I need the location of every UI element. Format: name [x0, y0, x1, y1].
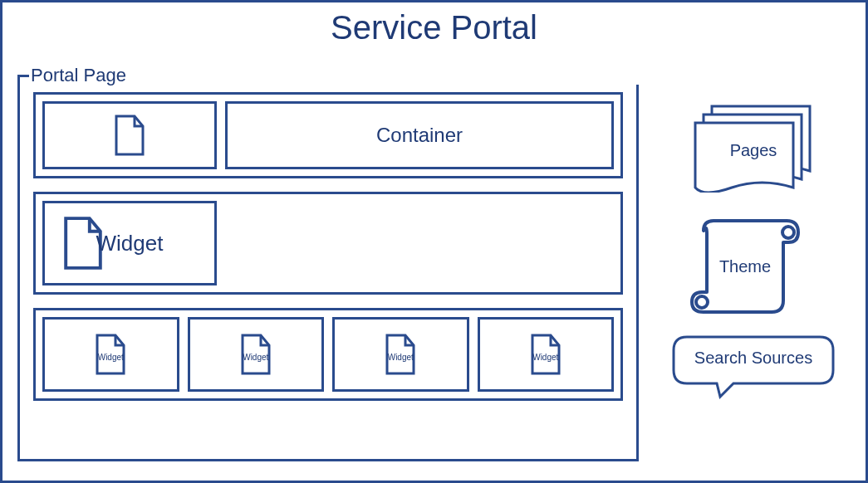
theme-block: Theme — [687, 217, 803, 317]
theme-label: Theme — [687, 257, 803, 276]
pages-label: Pages — [687, 141, 820, 160]
svg-point-0 — [696, 296, 708, 308]
container-row-3: Widget Widget — [33, 308, 623, 401]
widget-small-4: Widget — [478, 317, 615, 392]
widget-large-label: Widget — [96, 231, 164, 256]
container-row-2: Widget — [33, 192, 623, 295]
container-cell-icon — [42, 101, 217, 169]
container-row-1: Container — [33, 92, 623, 178]
left-column: Portal Page Container — [17, 51, 639, 461]
portal-page-label: Portal Page — [29, 66, 639, 85]
content-row: Portal Page Container — [17, 51, 851, 461]
page-title: Service Portal — [17, 9, 851, 46]
container-cell-label: Container — [225, 101, 614, 169]
widget-small-label: Widget — [335, 353, 467, 362]
document-icon — [113, 115, 146, 156]
widget-small-label: Widget — [480, 353, 612, 362]
pages-block: Pages — [687, 101, 820, 193]
widget-large-cell: Widget — [42, 201, 217, 285]
search-sources-label: Search Sources — [670, 349, 836, 368]
document-icon — [61, 216, 105, 271]
widget-small-3: Widget — [332, 317, 469, 392]
svg-point-1 — [782, 227, 794, 238]
empty-flex — [225, 201, 614, 285]
service-portal-frame: Service Portal Portal Page — [0, 0, 868, 483]
widget-small-1: Widget — [42, 317, 179, 392]
widget-small-label: Widget — [190, 353, 322, 362]
search-sources-block: Search Sources — [670, 334, 836, 400]
portal-page-box: Container Widget — [17, 75, 639, 461]
right-column: Pages Theme Search Sources — [654, 51, 851, 461]
widget-small-2: Widget — [188, 317, 325, 392]
widget-small-label: Widget — [45, 353, 177, 362]
container-label: Container — [376, 124, 463, 147]
